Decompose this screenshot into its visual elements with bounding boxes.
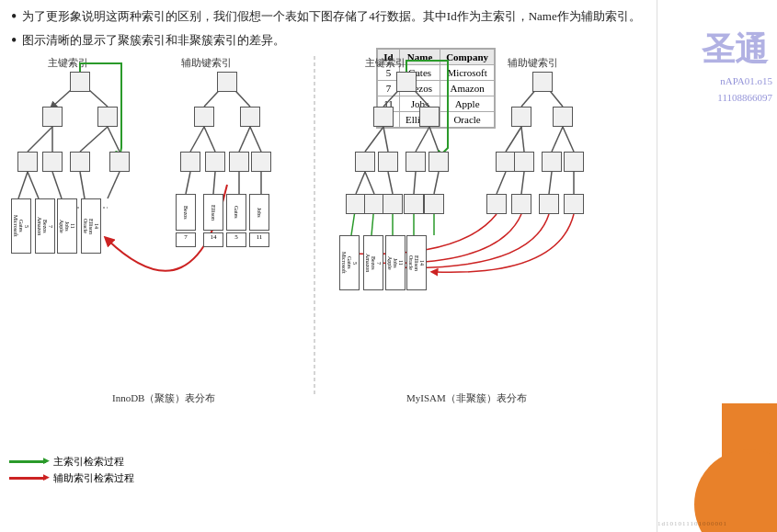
innodb-leaf-3: 11JobsApple [57, 198, 77, 254]
svg-line-16 [190, 127, 204, 152]
svg-line-4 [80, 127, 108, 152]
deco-url2: 11108866097 [717, 90, 772, 107]
myisam-primary-l2-left [373, 107, 394, 127]
myisam-sec-l3-3 [542, 152, 562, 172]
deco-url1: nAPA01.o15 [717, 74, 772, 90]
sec-id-3: 5 [226, 232, 246, 247]
deco-cn-text: 圣通 [702, 28, 768, 73]
innodb-primary-l3-2 [42, 152, 63, 172]
svg-line-10 [108, 172, 120, 198]
svg-line-20 [186, 172, 190, 194]
myisam-sec-l2-left [511, 107, 531, 127]
myisam-leaf-1 [346, 194, 366, 214]
myisam-data-3: 11JobsApple [385, 235, 406, 290]
svg-line-46 [563, 127, 574, 152]
legend-green-line [9, 460, 46, 463]
svg-line-48 [521, 172, 524, 194]
innodb-sec-leaf-3: Gates [226, 194, 246, 231]
svg-line-2 [28, 127, 52, 152]
svg-line-33 [388, 172, 393, 194]
myisam-sec-root [532, 72, 553, 92]
deco-url: nAPA01.o15 11108866097 [717, 74, 772, 106]
myisam-leaf-2 [364, 194, 384, 214]
innodb-leaf-2: 7BezosAmazon [35, 198, 55, 254]
myisam-sec-leaf-2 [511, 194, 531, 214]
legend-primary: 主索引检索过程 [9, 455, 134, 469]
label-primary-key-1: 主键索引 [48, 56, 88, 70]
svg-line-8 [52, 172, 62, 198]
innodb-sec-leaf-4: Jobs [249, 194, 269, 231]
svg-line-47 [497, 172, 506, 194]
label-primary-key-2: 主键索引 [365, 56, 406, 70]
svg-line-5 [108, 127, 120, 152]
myisam-primary-l3-2 [378, 152, 398, 172]
svg-line-44 [521, 127, 524, 152]
innodb-sec-l3-3 [229, 152, 249, 172]
innodb-primary-l3-4 [109, 152, 130, 172]
myisam-sec-leaf-1 [486, 194, 507, 214]
innodb-sec-l3-1 [180, 152, 200, 172]
deco-orange-bar [722, 403, 777, 532]
deco-panel: 圣通 nAPA01.o15 11108866097 1d101011101000… [657, 0, 777, 532]
innodb-leaf-1: 5GatesMicrosoft [11, 198, 31, 254]
svg-line-19 [250, 127, 261, 152]
svg-line-28 [383, 127, 388, 152]
myisam-sec-l2-right [553, 107, 573, 127]
innodb-primary-l3-1 [17, 152, 38, 172]
svg-line-43 [506, 127, 521, 152]
innodb-primary-root [70, 72, 90, 92]
myisam-label: MyISAM（非聚簇）表分布 [406, 391, 527, 405]
myisam-leaf-3 [383, 194, 403, 214]
svg-line-31 [356, 172, 365, 194]
myisam-primary-root [396, 72, 417, 92]
innodb-sec-l2-left [194, 107, 214, 127]
myisam-sec-l3-1 [496, 152, 516, 172]
deco-binary: 1d101011101000001 [657, 520, 727, 527]
svg-line-30 [429, 127, 439, 152]
svg-line-29 [416, 127, 429, 152]
svg-line-18 [239, 127, 250, 152]
legend-red-line [9, 477, 46, 480]
myisam-data-4: 14EllisonOracle [406, 235, 427, 290]
innodb-sec-leaf-1: Bezos [176, 194, 196, 231]
legend-secondary-text: 辅助索引检索过程 [53, 471, 134, 485]
myisam-primary-l3-3 [406, 152, 426, 172]
myisam-data-2: 7BezosAmazon [363, 235, 383, 290]
innodb-primary-l2-left [42, 107, 63, 127]
svg-line-21 [213, 172, 215, 194]
innodb-sec-leaf-2: Ellison [203, 194, 223, 231]
innodb-sec-l3-2 [205, 152, 225, 172]
label-secondary-key-1: 辅助键索引 [181, 56, 232, 70]
svg-line-34 [414, 172, 416, 194]
innodb-primary-l2-right [97, 107, 118, 127]
myisam-primary-l3-4 [428, 152, 449, 172]
sec-id-1: 7 [176, 232, 196, 247]
sec-id-4: 11 [249, 232, 269, 247]
svg-line-35 [434, 172, 439, 194]
bullet-text-1: 为了更形象说明这两种索引的区别，我们假想一个表如下图存储了4行数据。其中Id作为… [22, 7, 640, 26]
myisam-leaf-4 [404, 194, 424, 214]
myisam-primary-l2-right [419, 107, 440, 127]
myisam-primary-l3-1 [355, 152, 375, 172]
label-secondary-key-2: 辅助键索引 [508, 56, 558, 70]
sec-id-2: 14 [203, 232, 223, 247]
svg-line-6 [18, 172, 28, 198]
myisam-sec-leaf-4 [564, 194, 584, 214]
svg-line-9 [80, 172, 85, 198]
myisam-sec-leaf-3 [539, 194, 559, 214]
svg-line-7 [28, 172, 39, 198]
innodb-label: InnoDB（聚簇）表分布 [112, 391, 215, 405]
innodb-primary-l3-3 [70, 152, 90, 172]
bullet-item-2: • 图示清晰的显示了聚簇索引和非聚簇索引的差异。 [11, 31, 646, 51]
myisam-leaf-5 [424, 194, 444, 214]
myisam-sec-l3-2 [514, 152, 534, 172]
innodb-sec-root [217, 72, 237, 92]
innodb-leaf-4: 14EllisonOracle [81, 198, 101, 254]
legend-primary-text: 主索引检索过程 [53, 455, 124, 469]
bullet-dot-1: • [11, 7, 17, 28]
myisam-sec-l3-4 [564, 152, 584, 172]
svg-line-17 [204, 127, 215, 152]
innodb-sec-l2-right [240, 107, 260, 127]
diagram-area: 主键索引 辅助键索引 主键索引 辅助键索引 [11, 56, 646, 414]
svg-line-27 [365, 127, 383, 152]
